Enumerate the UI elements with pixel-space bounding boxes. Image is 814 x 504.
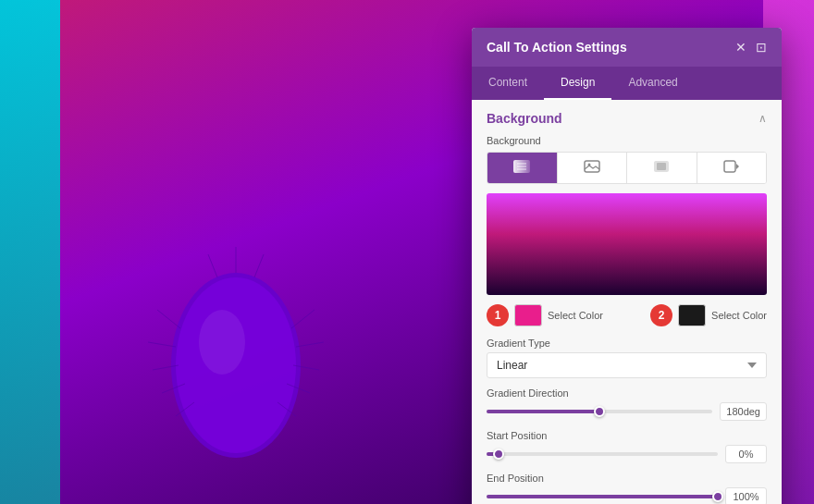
gradient-direction-value[interactable]: 180deg xyxy=(720,402,767,421)
svg-line-14 xyxy=(254,254,264,277)
section-collapse-icon[interactable]: ∧ xyxy=(758,112,767,125)
panel-header: Call To Action Settings ✕ ⊡ xyxy=(472,28,782,67)
stop-1-number: 1 xyxy=(487,304,509,326)
tab-advanced[interactable]: Advanced xyxy=(611,67,694,100)
close-icon[interactable]: ✕ xyxy=(735,41,746,54)
end-position-fill xyxy=(487,495,718,498)
gradient-direction-row: Gradient Direction 180deg xyxy=(487,387,767,421)
type-btn-color[interactable] xyxy=(627,153,697,183)
svg-line-2 xyxy=(157,310,180,328)
end-position-value[interactable]: 100% xyxy=(725,487,767,504)
video-icon xyxy=(723,160,740,176)
end-position-track xyxy=(487,495,718,498)
svg-line-3 xyxy=(148,342,176,347)
tab-design[interactable]: Design xyxy=(544,67,611,100)
start-position-thumb[interactable] xyxy=(493,449,504,460)
svg-line-7 xyxy=(291,310,314,328)
gradient-direction-track xyxy=(487,410,712,413)
stop-1-swatch[interactable] xyxy=(514,304,542,326)
svg-marker-22 xyxy=(736,164,739,169)
end-position-row: End Position 100% xyxy=(487,473,767,504)
gradient-preview xyxy=(487,193,767,295)
svg-rect-20 xyxy=(657,163,666,170)
stop-1-label[interactable]: Select Color xyxy=(548,310,603,321)
start-position-value[interactable]: 0% xyxy=(725,445,767,463)
background-field-label: Background xyxy=(487,135,767,146)
svg-line-12 xyxy=(208,254,217,277)
panel-body: Background ∧ Background xyxy=(472,100,782,504)
start-position-slider-row: 0% xyxy=(487,445,767,463)
section-title: Background xyxy=(487,111,562,126)
creature-illustration xyxy=(134,180,338,476)
stop-2-label[interactable]: Select Color xyxy=(711,310,767,321)
maximize-icon[interactable]: ⊡ xyxy=(756,41,767,54)
gradient-type-row: Gradient Type Linear Radial Conic xyxy=(487,338,767,378)
start-position-row: Start Position 0% xyxy=(487,430,767,463)
end-position-label: End Position xyxy=(487,473,767,484)
color-stop-2: 2 xyxy=(650,304,706,326)
color-icon xyxy=(653,160,670,176)
image-icon xyxy=(584,160,600,176)
end-position-thumb[interactable] xyxy=(712,491,723,502)
gradient-direction-fill xyxy=(487,410,599,413)
gradient-type-select[interactable]: Linear Radial Conic xyxy=(487,352,767,378)
gradient-direction-thumb[interactable] xyxy=(594,406,605,417)
type-btn-video[interactable] xyxy=(697,153,767,183)
svg-point-15 xyxy=(199,310,245,375)
section-header: Background ∧ xyxy=(487,111,767,126)
background-type-selector xyxy=(487,152,767,184)
panel-tabs: Content Design Advanced xyxy=(472,67,782,100)
color-stop-1: 1 xyxy=(487,304,542,326)
start-position-track xyxy=(487,452,718,456)
type-btn-image[interactable] xyxy=(558,153,628,183)
stop-2-number: 2 xyxy=(650,304,672,326)
start-position-label: Start Position xyxy=(487,430,767,441)
svg-rect-17 xyxy=(585,161,599,172)
svg-line-8 xyxy=(296,342,324,347)
tab-content[interactable]: Content xyxy=(472,67,544,100)
end-position-slider-row: 100% xyxy=(487,487,767,504)
svg-rect-21 xyxy=(724,161,735,172)
panel-title: Call To Action Settings xyxy=(487,40,627,55)
gradient-direction-slider-row: 180deg xyxy=(487,402,767,421)
panel-header-icons: ✕ ⊡ xyxy=(735,41,767,54)
color-stops-row: 1 Select Color 2 Select Color xyxy=(487,304,767,326)
gradient-type-label: Gradient Type xyxy=(487,338,767,349)
gradient-icon xyxy=(513,160,530,176)
stop-2-swatch[interactable] xyxy=(678,304,706,326)
left-color-bar xyxy=(0,0,60,504)
settings-panel: Call To Action Settings ✕ ⊡ Content Desi… xyxy=(472,28,782,504)
type-btn-gradient[interactable] xyxy=(487,153,558,183)
gradient-direction-label: Gradient Direction xyxy=(487,387,767,399)
